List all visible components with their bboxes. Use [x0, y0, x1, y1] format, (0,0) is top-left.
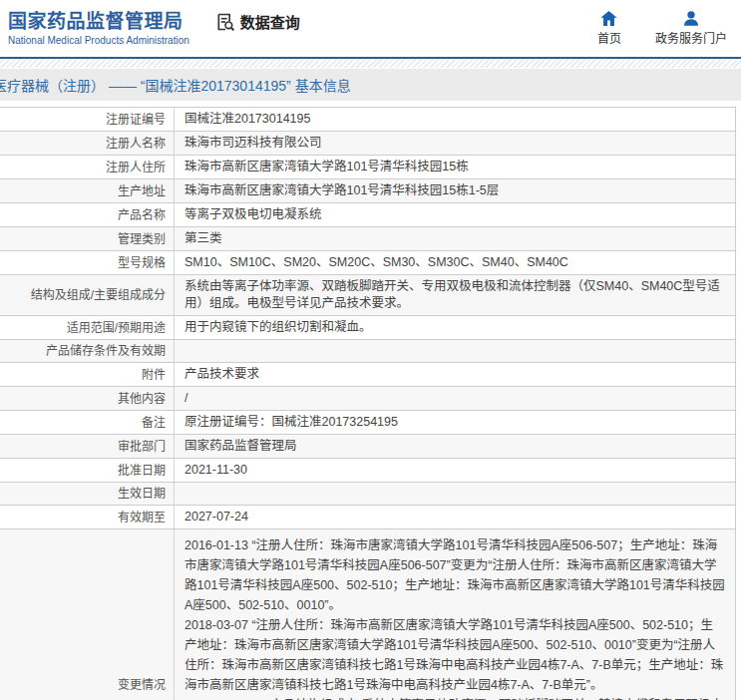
row-value: 等离子双极电切电凝系统 — [175, 203, 735, 226]
row-value: SM10、SM10C、SM20、SM20C、SM30、SM30C、SM40、SM… — [175, 251, 735, 274]
row-label: 生效日期 — [0, 483, 175, 505]
breadcrumb: 医疗器械（注册） —— “国械注准20173014195” 基本信息 — [0, 75, 351, 95]
table-row: 结构及组成/主要组成成分 系统由等离子体功率源、双踏板脚踏开关、专用双极电极和流… — [0, 275, 735, 316]
table-row-change-history: 变更情况 2016-01-13 “注册人住所：珠海市唐家湾镇大学路101号清华科… — [0, 529, 735, 700]
row-label: 结构及组成/主要组成成分 — [0, 275, 175, 315]
table-row: 适用范围/预期用途 用于内窥镜下的组织切割和凝血。 — [0, 316, 735, 340]
row-label: 型号规格 — [0, 251, 175, 274]
row-label: 备注 — [0, 411, 175, 434]
table-row: 注册证编号 国械注准20173014195 — [0, 108, 735, 132]
registration-info-table: 注册证编号 国械注准20173014195 注册人名称 珠海市司迈科技有限公司 … — [0, 107, 736, 700]
row-value: 2021-11-30 — [175, 459, 735, 482]
row-label: 有效期至 — [0, 506, 175, 528]
row-value: 珠海市高新区唐家湾镇大学路101号清华科技园15栋 — [175, 156, 735, 178]
row-label: 管理类别 — [0, 227, 175, 250]
row-value: 国家药品监督管理局 — [175, 435, 735, 458]
row-label: 其他内容 — [0, 387, 175, 410]
table-row: 批准日期 2021-11-30 — [0, 459, 735, 483]
table-row: 型号规格 SM10、SM10C、SM20、SM20C、SM30、SM30C、SM… — [0, 251, 735, 275]
row-label: 批准日期 — [0, 459, 175, 482]
nav-home[interactable]: 首页 — [597, 11, 621, 46]
logo-title-en: National Medical Products Administration — [8, 35, 189, 47]
row-value: 国械注准20173014195 — [175, 108, 735, 131]
row-value: 2016-01-13 “注册人住所：珠海市唐家湾镇大学路101号清华科技园A座5… — [175, 529, 735, 700]
logo-title-cn: 国家药品监督管理局 — [8, 10, 189, 34]
row-value — [175, 340, 735, 362]
nav-portal[interactable]: 政务服务门户 — [655, 11, 727, 46]
row-value: 系统由等离子体功率源、双踏板脚踏开关、专用双极电极和流体控制器（仅SM40、SM… — [175, 275, 735, 315]
row-label: 适用范围/预期用途 — [0, 316, 175, 339]
table-row: 其他内容 / — [0, 387, 735, 411]
row-label: 注册人住所 — [0, 156, 175, 178]
table-row: 产品储存条件及有效期 — [0, 340, 735, 363]
row-value: 2027-07-24 — [175, 506, 735, 528]
table-row: 审批部门 国家药品监督管理局 — [0, 435, 735, 459]
page-title-bar: 医疗器械（注册） —— “国械注准20173014195” 基本信息 — [0, 69, 741, 101]
nmpa-logo[interactable]: 国家药品监督管理局 National Medical Products Admi… — [8, 10, 189, 47]
table-row: 产品名称 等离子双极电切电凝系统 — [0, 203, 735, 227]
row-label: 产品储存条件及有效期 — [0, 340, 175, 362]
table-row: 有效期至 2027-07-24 — [0, 506, 735, 529]
row-label: 审批部门 — [0, 435, 175, 458]
row-value: 原注册证编号：国械注准20173254195 — [175, 411, 735, 434]
row-label: 附件 — [0, 363, 175, 386]
row-value: 珠海市司迈科技有限公司 — [175, 132, 735, 155]
row-value — [175, 483, 735, 505]
document-search-icon — [215, 12, 235, 32]
person-icon — [683, 11, 699, 26]
home-icon — [600, 11, 617, 26]
table-row: 生效日期 — [0, 483, 735, 506]
table-row: 注册人住所 珠海市高新区唐家湾镇大学路101号清华科技园15栋 — [0, 156, 735, 179]
row-label: 注册人名称 — [0, 132, 175, 155]
row-label: 生产地址 — [0, 179, 175, 202]
row-value: 珠海市高新区唐家湾镇大学路101号清华科技园15栋1-5层 — [175, 179, 735, 202]
row-value: 第三类 — [175, 227, 735, 250]
row-value: / — [175, 387, 735, 410]
row-value: 用于内窥镜下的组织切割和凝血。 — [175, 316, 735, 339]
table-row: 管理类别 第三类 — [0, 227, 735, 251]
data-query-label: 数据查询 — [240, 11, 300, 32]
row-label: 注册证编号 — [0, 108, 175, 131]
row-value: 产品技术要求 — [175, 363, 735, 386]
nav-portal-label: 政务服务门户 — [655, 29, 727, 46]
site-header: 国家药品监督管理局 National Medical Products Admi… — [0, 0, 741, 57]
table-row: 备注 原注册证编号：国械注准20173254195 — [0, 411, 735, 435]
nav-home-label: 首页 — [597, 29, 621, 46]
row-label: 产品名称 — [0, 203, 175, 226]
data-query-link[interactable]: 数据查询 — [215, 11, 300, 32]
table-row: 附件 产品技术要求 — [0, 363, 735, 387]
table-row: 生产地址 珠海市高新区唐家湾镇大学路101号清华科技园15栋1-5层 — [0, 179, 735, 203]
table-row: 注册人名称 珠海市司迈科技有限公司 — [0, 132, 735, 156]
row-label: 变更情况 — [0, 529, 175, 700]
hatched-strip — [0, 59, 741, 68]
